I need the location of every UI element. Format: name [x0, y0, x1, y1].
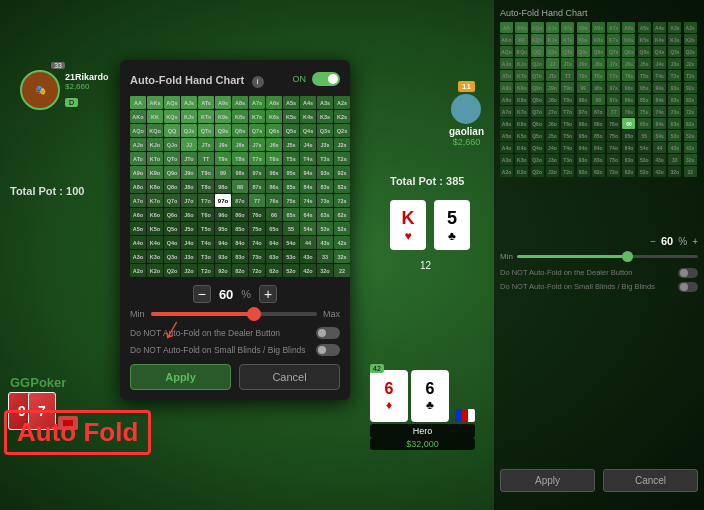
right-cell-74o[interactable]: 74o: [607, 142, 620, 153]
right-cell-Q8o[interactable]: Q8o: [531, 94, 544, 105]
right-cell-53o[interactable]: 53o: [638, 154, 651, 165]
hand-cell-73s[interactable]: 73s: [317, 194, 333, 207]
hand-cell-53o[interactable]: 53o: [283, 250, 299, 263]
hand-cell-Q2o[interactable]: Q2o: [164, 264, 180, 277]
right-cell-97s[interactable]: 97s: [607, 82, 620, 93]
right-cell-74s[interactable]: 74s: [653, 106, 666, 117]
pct-minus-button[interactable]: −: [193, 285, 211, 303]
right-cell-J2s[interactable]: J2s: [684, 58, 697, 69]
hand-cell-52o[interactable]: 52o: [283, 264, 299, 277]
hand-cell-T8o[interactable]: T8o: [198, 180, 214, 193]
hand-cell-88[interactable]: 88: [232, 180, 248, 193]
right-cell-T5s[interactable]: T5s: [638, 70, 651, 81]
option1-toggle[interactable]: [316, 327, 340, 339]
right-cell-96o[interactable]: 96o: [577, 118, 590, 129]
hand-cell-J7o[interactable]: J7o: [181, 194, 197, 207]
hand-cell-A2s[interactable]: A2s: [334, 96, 350, 109]
hand-cell-65o[interactable]: 65o: [266, 222, 282, 235]
hand-cell-52s[interactable]: 52s: [334, 222, 350, 235]
right-cell-QTs[interactable]: QTs: [561, 46, 574, 57]
hand-cell-Q4o[interactable]: Q4o: [164, 236, 180, 249]
hand-cell-42o[interactable]: 42o: [300, 264, 316, 277]
hand-cell-A7s[interactable]: A7s: [249, 96, 265, 109]
hand-cell-Q5s[interactable]: Q5s: [283, 124, 299, 137]
right-cell-K9o[interactable]: K9o: [515, 82, 528, 93]
right-cell-JTs[interactable]: JTs: [561, 58, 574, 69]
hand-cell-44[interactable]: 44: [300, 236, 316, 249]
hand-cell-J2o[interactable]: J2o: [181, 264, 197, 277]
right-cell-93o[interactable]: 93o: [577, 154, 590, 165]
hand-cell-A6o[interactable]: A6o: [130, 208, 146, 221]
right-cell-T4o[interactable]: T4o: [561, 142, 574, 153]
right-cell-AKs[interactable]: AKs: [515, 22, 528, 33]
hand-cell-92o[interactable]: 92o: [215, 264, 231, 277]
right-cell-K7s[interactable]: K7s: [607, 34, 620, 45]
right-cell-AA[interactable]: AA: [500, 22, 513, 33]
right-cell-K2s[interactable]: K2s: [684, 34, 697, 45]
right-cell-A7o[interactable]: A7o: [500, 106, 513, 117]
hand-cell-K9s[interactable]: K9s: [215, 110, 231, 123]
hand-cell-43o[interactable]: 43o: [300, 250, 316, 263]
hand-cell-K8s[interactable]: K8s: [232, 110, 248, 123]
right-cell-33[interactable]: 33: [668, 154, 681, 165]
right-pct-minus[interactable]: −: [650, 236, 656, 247]
hand-cell-Q4s[interactable]: Q4s: [300, 124, 316, 137]
hand-cell-T9s[interactable]: T9s: [215, 152, 231, 165]
hand-cell-K9o[interactable]: K9o: [147, 166, 163, 179]
right-cell-K6s[interactable]: K6s: [622, 34, 635, 45]
right-cell-J6s[interactable]: J6s: [622, 58, 635, 69]
right-cell-K4o[interactable]: K4o: [515, 142, 528, 153]
right-cell-A4o[interactable]: A4o: [500, 142, 513, 153]
right-cell-K8o[interactable]: K8o: [515, 94, 528, 105]
hand-cell-A8o[interactable]: A8o: [130, 180, 146, 193]
right-cell-42o[interactable]: 42o: [653, 166, 666, 177]
hand-cell-95o[interactable]: 95o: [215, 222, 231, 235]
hand-cell-Q7s[interactable]: Q7s: [249, 124, 265, 137]
right-cell-98s[interactable]: 98s: [592, 82, 605, 93]
hand-cell-82s[interactable]: 82s: [334, 180, 350, 193]
right-cell-T5o[interactable]: T5o: [561, 130, 574, 141]
hand-cell-62s[interactable]: 62s: [334, 208, 350, 221]
hand-cell-66[interactable]: 66: [266, 208, 282, 221]
hand-cell-A5s[interactable]: A5s: [283, 96, 299, 109]
right-cell-T4s[interactable]: T4s: [653, 70, 666, 81]
hand-cell-J8s[interactable]: J8s: [232, 138, 248, 151]
right-cell-73s[interactable]: 73s: [668, 106, 681, 117]
hand-cell-JJ[interactable]: JJ: [181, 138, 197, 151]
hand-cell-K2o[interactable]: K2o: [147, 264, 163, 277]
hand-cell-K2s[interactable]: K2s: [334, 110, 350, 123]
right-cell-J4o[interactable]: J4o: [546, 142, 559, 153]
right-cell-T3s[interactable]: T3s: [668, 70, 681, 81]
right-cell-96s[interactable]: 96s: [622, 82, 635, 93]
right-cell-J9o[interactable]: J9o: [546, 82, 559, 93]
right-cell-J3o[interactable]: J3o: [546, 154, 559, 165]
right-cell-62s[interactable]: 62s: [684, 118, 697, 129]
right-cell-Q6o[interactable]: Q6o: [531, 118, 544, 129]
hand-cell-84s[interactable]: 84s: [300, 180, 316, 193]
right-cell-32o[interactable]: 32o: [668, 166, 681, 177]
right-cell-87s[interactable]: 87s: [607, 94, 620, 105]
right-cell-83s[interactable]: 83s: [668, 94, 681, 105]
right-cell-T9s[interactable]: T9s: [577, 70, 590, 81]
hand-cell-KTo[interactable]: KTo: [147, 152, 163, 165]
hand-cell-AQo[interactable]: AQo: [130, 124, 146, 137]
right-cell-84o[interactable]: 84o: [592, 142, 605, 153]
hand-cell-Q8o[interactable]: Q8o: [164, 180, 180, 193]
hand-cell-54s[interactable]: 54s: [300, 222, 316, 235]
right-cell-Q9s[interactable]: Q9s: [577, 46, 590, 57]
cancel-button[interactable]: Cancel: [239, 364, 340, 390]
hand-cell-JTo[interactable]: JTo: [181, 152, 197, 165]
right-cell-93s[interactable]: 93s: [668, 82, 681, 93]
hand-cell-Q3o[interactable]: Q3o: [164, 250, 180, 263]
hand-cell-KQo[interactable]: KQo: [147, 124, 163, 137]
hand-cell-KK[interactable]: KK: [147, 110, 163, 123]
hand-cell-K6o[interactable]: K6o: [147, 208, 163, 221]
hand-cell-77[interactable]: 77: [249, 194, 265, 207]
hand-cell-A7o[interactable]: A7o: [130, 194, 146, 207]
right-cell-72o[interactable]: 72o: [607, 166, 620, 177]
hand-cell-87o[interactable]: 87o: [232, 194, 248, 207]
right-cell-54s[interactable]: 54s: [653, 130, 666, 141]
right-cell-Q4s[interactable]: Q4s: [653, 46, 666, 57]
right-cell-K8s[interactable]: K8s: [592, 34, 605, 45]
right-cell-AQs[interactable]: AQs: [531, 22, 544, 33]
